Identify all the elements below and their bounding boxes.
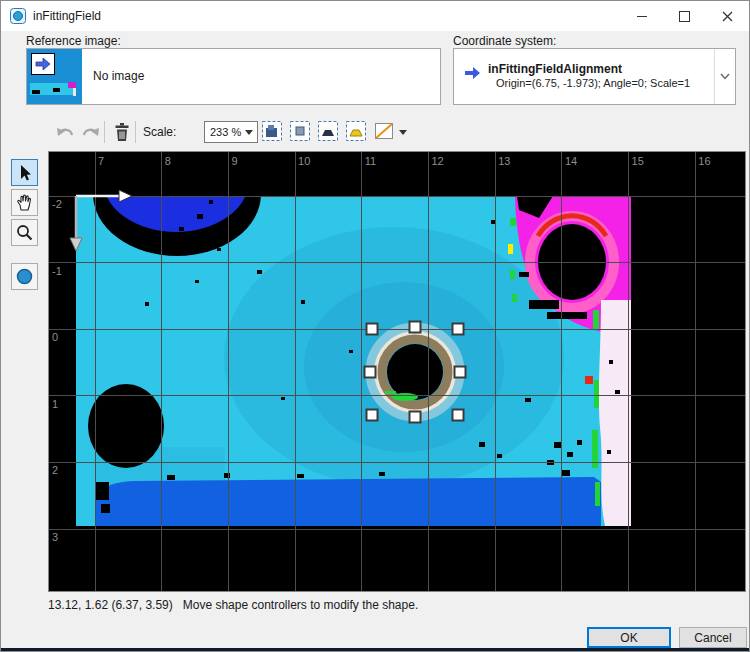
svg-text:11: 11: [365, 155, 376, 167]
app-icon: [10, 8, 26, 24]
combo-caret-icon: [245, 130, 253, 135]
trash-icon: [113, 122, 131, 142]
actual-size-icon: [290, 121, 310, 141]
svg-text:14: 14: [565, 155, 577, 167]
handle-bottom-left[interactable]: [367, 410, 378, 421]
zoom-tool-button[interactable]: [11, 219, 38, 246]
window-controls: [620, 1, 749, 31]
coordinate-system-dropdown[interactable]: inFittingFieldAlignment Origin=(6.75, -1…: [453, 48, 736, 105]
svg-text:1: 1: [52, 398, 58, 410]
close-button[interactable]: [706, 1, 749, 31]
dialog-window: inFittingField Reference image:: [0, 0, 750, 652]
dropdown-chevron-button[interactable]: [714, 49, 735, 104]
ok-button[interactable]: OK: [587, 627, 671, 648]
handle-right[interactable]: [455, 367, 466, 378]
undo-icon: [55, 123, 75, 141]
close-icon: [722, 11, 733, 22]
fill-style-dropdown-caret[interactable]: [399, 130, 407, 135]
toolbar-separator: [104, 121, 105, 143]
handle-bottom-right[interactable]: [453, 410, 464, 421]
handle-left[interactable]: [365, 367, 376, 378]
no-fill-icon: [374, 121, 394, 141]
reference-image-value: No image: [93, 69, 144, 83]
svg-text:0: 0: [52, 331, 58, 343]
status-hint: Move shape controllers to modify the sha…: [183, 598, 418, 612]
heatmap-image: [76, 152, 631, 526]
delete-shape-button[interactable]: [110, 120, 134, 144]
chevron-down-icon: [720, 73, 730, 80]
select-tool-button[interactable]: [11, 159, 38, 186]
svg-text:8: 8: [165, 155, 171, 167]
status-bar: 13.12, 1.62 (6.37, 3.59)Move shape contr…: [48, 598, 418, 612]
svg-text:2: 2: [52, 464, 58, 476]
canvas-scene: 78910111213141516 -2-10123: [49, 152, 745, 591]
pan-tool-button[interactable]: [11, 189, 38, 216]
fit-shape-icon: [318, 121, 338, 141]
window-title: inFittingField: [33, 9, 101, 23]
svg-text:10: 10: [298, 155, 310, 167]
svg-text:13: 13: [498, 155, 510, 167]
svg-text:15: 15: [632, 155, 644, 167]
minimize-icon: [637, 16, 647, 17]
cursor-arrow-icon: [16, 163, 34, 183]
undo-button[interactable]: [53, 120, 77, 144]
reference-image-box[interactable]: No image: [26, 48, 441, 105]
zoom-fit-selection-button[interactable]: [345, 120, 367, 142]
scale-label: Scale:: [143, 125, 176, 139]
handle-top-left[interactable]: [367, 324, 378, 335]
maximize-icon: [679, 11, 690, 22]
minimize-button[interactable]: [620, 1, 663, 31]
magnifier-icon: [15, 223, 34, 242]
circle-shape-tool-button[interactable]: [11, 263, 38, 290]
coordinate-system-name: inFittingFieldAlignment: [488, 62, 622, 76]
thumbnail-mini-image: [27, 49, 82, 104]
arrow-right-icon: [463, 65, 483, 81]
image-canvas[interactable]: 78910111213141516 -2-10123: [48, 151, 746, 592]
svg-text:9: 9: [231, 155, 237, 167]
fit-image-icon: [262, 121, 282, 141]
svg-text:-2: -2: [52, 198, 62, 210]
maximize-button[interactable]: [663, 1, 706, 31]
cursor-coordinates: 13.12, 1.62 (6.37, 3.59): [48, 598, 173, 612]
fit-selection-icon: [346, 121, 366, 141]
handle-bottom[interactable]: [410, 412, 421, 423]
scale-combo[interactable]: 233 %: [204, 121, 258, 143]
svg-text:-1: -1: [52, 265, 62, 277]
svg-text:12: 12: [432, 155, 444, 167]
zoom-fit-image-button[interactable]: [261, 120, 283, 142]
coordinate-system-label: Coordinate system:: [453, 34, 556, 48]
title-bar: inFittingField: [1, 1, 749, 31]
handle-top-right[interactable]: [453, 324, 464, 335]
canvas-toolbar: Scale: 233 %: [1, 116, 749, 148]
selected-shape[interactable]: [370, 327, 460, 417]
scale-value: 233 %: [205, 126, 245, 138]
reference-thumbnail: [27, 49, 82, 104]
hand-icon: [15, 193, 34, 212]
circle-tool-icon: [15, 267, 34, 286]
svg-text:16: 16: [698, 155, 710, 167]
coordinate-system-details: Origin=(6.75, -1.973); Angle=0; Scale=1: [496, 77, 690, 89]
reference-image-label: Reference image:: [26, 34, 121, 48]
zoom-actual-size-button[interactable]: [289, 120, 311, 142]
handle-top[interactable]: [410, 322, 421, 333]
redo-icon: [81, 123, 101, 141]
fill-style-button[interactable]: [373, 120, 395, 142]
svg-text:7: 7: [98, 155, 104, 167]
zoom-fit-shape-button[interactable]: [317, 120, 339, 142]
bottom-edge-strip: [1, 648, 749, 652]
cancel-button[interactable]: Cancel: [679, 627, 747, 648]
toolbar-separator: [135, 121, 136, 143]
svg-text:3: 3: [52, 531, 58, 543]
redo-button[interactable]: [79, 120, 103, 144]
